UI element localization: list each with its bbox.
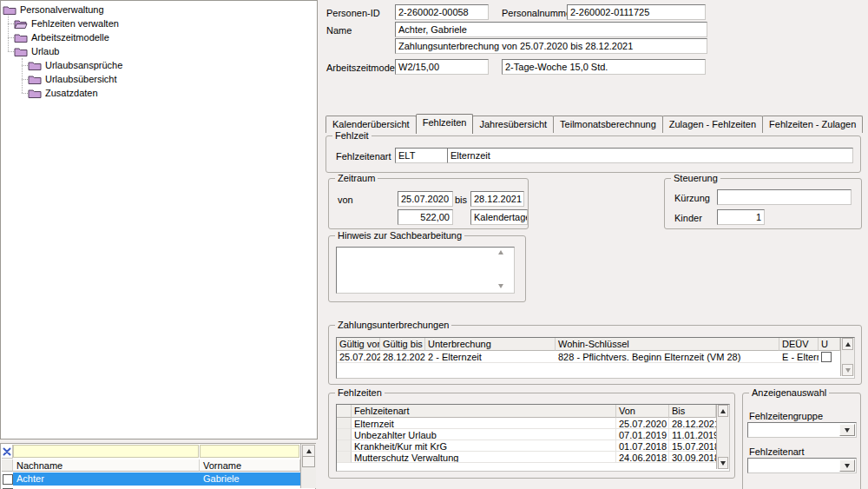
tab-jahresuebersicht[interactable]: Jahresübersicht — [472, 116, 554, 133]
row-selector[interactable] — [337, 440, 352, 452]
scroll-down-icon — [845, 368, 851, 373]
column-header[interactable]: Gültig von — [337, 338, 380, 351]
row-selector[interactable] — [337, 418, 352, 429]
tree-item-urlaubsansprueche[interactable]: Urlaubsansprüche — [1, 58, 317, 72]
einheit-field[interactable]: Kalendertage — [470, 209, 528, 225]
row-selector[interactable] — [337, 429, 352, 440]
kinder-label: Kinder — [674, 213, 702, 224]
person-list-scrollbar[interactable] — [300, 444, 316, 488]
filter-vorname-input[interactable] — [200, 445, 299, 458]
dropdown-button[interactable] — [839, 459, 855, 472]
tree-item-zusatzdaten[interactable]: Zusatzdaten — [1, 86, 317, 100]
folder-icon — [28, 74, 42, 85]
zahlungsunterbrechungen-legend: Zahlungsunterbrechungen — [335, 320, 451, 331]
arbeitszeitmodell-desc-field[interactable]: 2-Tage-Woche 15,0 Std. — [502, 59, 706, 75]
column-header[interactable]: U — [819, 338, 840, 351]
column-header[interactable]: Unterbrechung — [425, 338, 556, 351]
tree-item-urlaub[interactable]: Urlaub — [1, 44, 317, 58]
clear-filter-x-icon — [3, 447, 11, 456]
scroll-thumb[interactable] — [302, 456, 315, 467]
fehlzeit-group-legend: Fehlzeit — [332, 130, 372, 142]
navigation-tree-panel: Personalverwaltung Fehlzeiten verwalten … — [0, 0, 318, 439]
tree-item-label: Urlaubsansprüche — [45, 60, 122, 70]
row-checkbox[interactable] — [3, 474, 13, 485]
personalnummer-field[interactable]: 2-260002-0111725 — [567, 4, 706, 20]
zeitraum-group-legend: Zeitraum — [335, 173, 378, 184]
tree-item-urlaubsuebersicht[interactable]: Urlaubsübersicht — [1, 72, 317, 86]
cell-bis: 28.12.2021 — [669, 418, 716, 429]
column-header[interactable]: Gültig bis — [380, 338, 425, 351]
arbeitszeitmodell-code-field[interactable]: W2/15,00 — [395, 59, 489, 75]
personen-id-label: Personen-ID — [326, 8, 380, 19]
fehlzeitenart-select[interactable] — [747, 458, 857, 473]
tree-item-arbeitszeitmodelle[interactable]: Arbeitszeitmodelle — [1, 30, 317, 44]
person-list-panel: Nachname Vorname Achter Gabriele — [0, 443, 316, 489]
column-header[interactable]: DEÜV — [779, 338, 819, 351]
cell-von: 01.07.2018 — [616, 440, 669, 452]
folder-icon — [14, 46, 28, 57]
name-label: Name — [326, 25, 352, 36]
hinweis-group: Hinweis zur Sachbearbeitung — [328, 235, 526, 302]
tree-item-personalverwaltung[interactable]: Personalverwaltung — [1, 3, 317, 17]
scroll-down-icon — [720, 461, 726, 466]
scroll-up-button[interactable] — [302, 445, 315, 457]
column-header[interactable]: Bis — [669, 405, 716, 418]
filter-nachname-input[interactable] — [13, 445, 199, 458]
column-header[interactable]: Wohin-Schlüssel — [556, 338, 779, 351]
cell-gueltig-bis: 28.12.2021 — [380, 351, 425, 363]
zahlungsunterbrechung-note-field[interactable]: Zahlungsunterbrechung von 25.07.2020 bis… — [395, 38, 707, 54]
column-header[interactable]: Nachname — [13, 459, 200, 472]
anzeigenauswahl-legend: Anzeigenauswahl — [749, 387, 829, 399]
bis-date-field[interactable]: 28.12.2021 — [470, 191, 524, 207]
scroll-down-button[interactable] — [842, 364, 853, 376]
column-header[interactable]: Vorname — [200, 459, 300, 472]
tab-fehlzeiten-zulagen[interactable]: Fehlzeiten - Zulagen — [762, 116, 863, 133]
clear-filter-button[interactable] — [2, 445, 13, 459]
hinweis-group-legend: Hinweis zur Sachbearbeitung — [335, 230, 464, 241]
table-scrollbar[interactable] — [716, 405, 729, 469]
u-checkbox[interactable] — [821, 352, 832, 362]
scroll-down-button[interactable] — [718, 457, 728, 469]
scroll-down-icon[interactable] — [498, 284, 503, 288]
row-selector[interactable] — [337, 452, 352, 463]
column-header[interactable]: Von — [616, 405, 669, 418]
cell-von: 07.01.2019 — [616, 429, 669, 440]
personen-id-field[interactable]: 2-260002-00058 — [395, 4, 489, 20]
scroll-up-button[interactable] — [842, 338, 853, 350]
cell-fehlzeitenart: Unbezahlter Urlaub — [352, 429, 616, 440]
tab-zulagen-fehlzeiten[interactable]: Zulagen - Fehlzeiten — [662, 116, 763, 133]
hinweis-scrollbar[interactable] — [496, 248, 507, 291]
kuerzung-field[interactable] — [717, 189, 852, 205]
bis-label: bis — [455, 195, 467, 206]
tab-teilmonatsberechnung[interactable]: Teilmonatsberechnung — [553, 116, 663, 133]
scroll-up-icon — [845, 342, 851, 347]
kinder-field[interactable]: 1 — [717, 209, 765, 225]
cell-unterbrechung: 2 - Elternzeit — [425, 351, 556, 363]
fehlzeit-group: Fehlzeit Fehlzeitenart ELT Elternzeit — [326, 135, 861, 173]
tree-item-label: Fehlzeiten verwalten — [31, 18, 119, 29]
scroll-up-icon — [720, 409, 726, 413]
dropdown-button[interactable] — [839, 424, 855, 436]
cell-bis: 15.07.2018 — [669, 440, 716, 452]
zahlungsunterbrechungen-table: Gültig von Gültig bis Unterbrechung Wohi… — [336, 337, 855, 379]
folder-icon — [3, 4, 16, 16]
hinweis-textarea[interactable] — [336, 247, 515, 294]
name-field[interactable]: Achter, Gabriele — [395, 22, 707, 37]
fehlzeitenart-code-field[interactable]: ELT — [395, 148, 452, 163]
fehlzeitenart-name-field[interactable]: Elternzeit — [447, 148, 853, 163]
tree-item-fehlzeiten-verwalten[interactable]: Fehlzeiten verwalten — [1, 17, 317, 30]
fehlzeitengruppe-select[interactable] — [747, 422, 857, 438]
column-header[interactable]: Fehlzeitenart — [352, 405, 616, 418]
scroll-up-icon — [306, 449, 312, 453]
table-scrollbar[interactable] — [840, 338, 854, 376]
fehlzeitengruppe-label: Fehlzeitengruppe — [749, 411, 823, 422]
scroll-up-button[interactable] — [718, 405, 728, 417]
von-date-field[interactable]: 25.07.2020 — [398, 191, 453, 207]
tree-item-label: Personalverwaltung — [20, 4, 104, 15]
chevron-down-icon — [845, 428, 850, 433]
tab-fehlzeiten[interactable]: Fehlzeiten — [416, 114, 474, 134]
scroll-up-icon[interactable] — [498, 250, 503, 254]
dauer-field[interactable]: 522,00 — [398, 209, 453, 225]
cell-fehlzeitenart: Krankheit/Kur mit KrG — [352, 440, 616, 452]
steuerung-group: Steuerung Kürzung Kinder 1 — [664, 178, 862, 229]
